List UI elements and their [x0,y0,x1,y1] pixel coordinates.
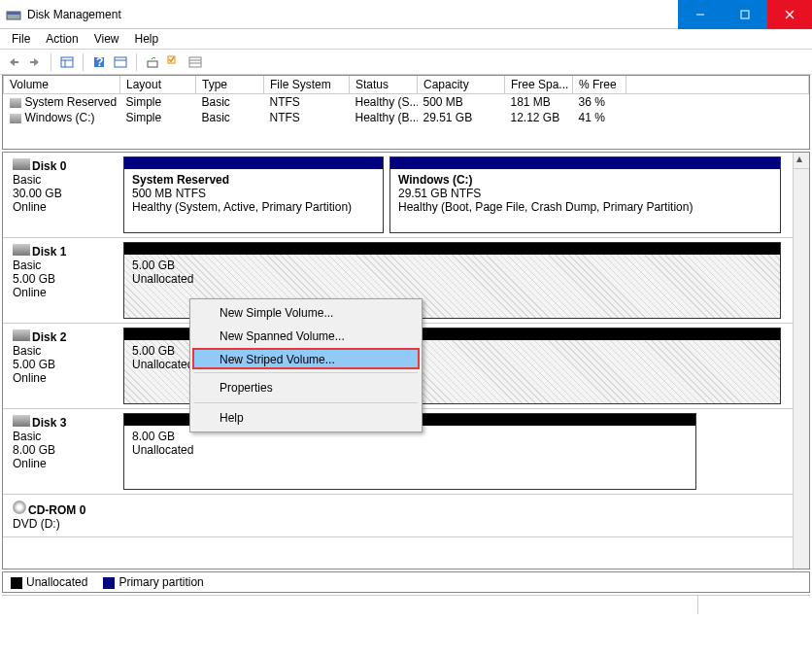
disk-row: Disk 0 Basic 30.00 GB Online System Rese… [3,153,809,238]
menu-properties[interactable]: Properties [192,376,420,399]
menu-separator [194,372,418,373]
checklist-button[interactable] [164,52,184,72]
svg-text:?: ? [96,55,103,69]
scrollbar[interactable] [793,153,809,569]
col-capacity[interactable]: Capacity [418,76,505,94]
col-free[interactable]: Free Spa... [505,76,573,94]
statusbar [2,595,810,614]
svg-rect-15 [148,61,157,67]
partition-header [124,243,780,255]
menu-separator [194,402,418,403]
col-pct[interactable]: % Free [573,76,626,94]
col-spacer [626,76,809,94]
svg-rect-17 [189,57,201,67]
menubar: File Action View Help [0,29,812,50]
col-type[interactable]: Type [196,76,264,94]
col-status[interactable]: Status [350,76,418,94]
volume-row[interactable]: Windows (C:) SimpleBasicNTFSHealthy (B..… [4,110,809,125]
window-title: Disk Management [27,8,678,21]
volume-icon [10,114,21,123]
show-hide-button[interactable] [57,52,77,72]
menu-new-striped-volume[interactable]: New Striped Volume... [192,348,420,369]
disk-info[interactable]: Disk 1 Basic 5.00 GB Online [7,242,123,319]
disk-icon [13,158,30,170]
disk-icon [13,329,30,341]
app-icon [6,7,21,22]
volume-list: Volume Layout Type File System Status Ca… [2,75,810,150]
back-button[interactable] [4,52,23,72]
list-button[interactable] [186,52,205,72]
toolbar: ? [0,50,812,75]
menu-help[interactable]: Help [127,30,167,49]
volume-row[interactable]: System Reserved SimpleBasicNTFSHealthy (… [4,94,809,111]
legend-primary: Primary partition [103,575,203,589]
menu-new-spanned-volume[interactable]: New Spanned Volume... [192,325,420,348]
partition[interactable]: System Reserved500 MB NTFSHealthy (Syste… [123,156,384,233]
refresh-button[interactable] [143,52,162,72]
disk-icon [13,244,30,256]
context-menu: New Simple Volume... New Spanned Volume.… [189,298,423,432]
legend: Unallocated Primary partition [2,571,810,593]
menu-new-simple-volume[interactable]: New Simple Volume... [192,301,420,325]
scroll-up-icon[interactable] [794,153,809,169]
partition-header [390,157,780,169]
forward-button[interactable] [25,52,45,72]
toolbar-separator [83,53,84,71]
svg-rect-1 [7,12,20,15]
menu-help[interactable]: Help [192,406,420,430]
disk-row: CD-ROM 0 DVD (D:) [3,495,809,537]
partition[interactable]: Windows (C:)29.51 GB NTFSHealthy (Boot, … [389,156,781,233]
col-layout[interactable]: Layout [120,76,196,94]
legend-unallocated: Unallocated [11,575,87,589]
settings-button[interactable] [111,52,130,72]
maximize-button[interactable] [723,0,767,29]
svg-rect-6 [15,61,18,63]
svg-rect-7 [30,61,34,63]
toolbar-separator [136,53,137,71]
svg-rect-13 [115,57,126,67]
menu-file[interactable]: File [4,30,38,49]
volume-name: Windows (C:) [25,111,95,124]
toolbar-separator [51,53,51,71]
partition-header [124,157,383,169]
disk-info[interactable]: CD-ROM 0 DVD (D:) [7,499,123,533]
menu-action[interactable]: Action [38,30,85,49]
svg-rect-3 [741,11,749,18]
volume-icon [10,98,21,108]
volume-name: System Reserved [25,95,118,109]
svg-rect-8 [61,57,73,67]
help-button[interactable]: ? [89,52,109,72]
minimize-button[interactable] [678,0,723,29]
disk-info[interactable]: Disk 2 Basic 5.00 GB Online [7,328,123,404]
menu-view[interactable]: View [86,30,127,49]
col-fs[interactable]: File System [264,76,350,94]
close-button[interactable] [767,0,812,29]
disk-info[interactable]: Disk 3 Basic 8.00 GB Online [7,413,123,490]
disk-info[interactable]: Disk 0 Basic 30.00 GB Online [7,156,123,233]
col-volume[interactable]: Volume [4,76,120,94]
cdrom-icon [13,501,26,514]
disk-icon [13,415,30,427]
